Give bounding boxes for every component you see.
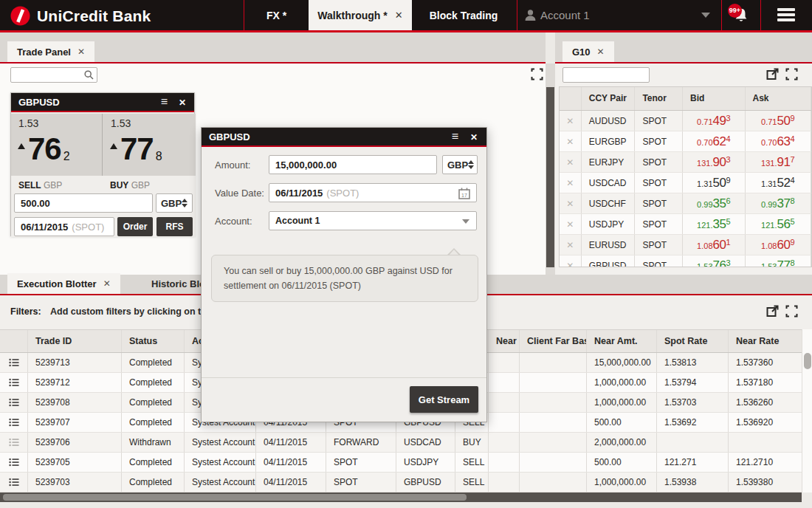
account-select[interactable]: Account 1 bbox=[269, 211, 477, 230]
column-header[interactable]: Tenor bbox=[635, 87, 683, 110]
scrollbar-thumb[interactable] bbox=[3, 494, 467, 501]
calendar-icon[interactable]: 17 bbox=[458, 187, 471, 200]
bid-price[interactable]: 0.71493 bbox=[683, 111, 745, 131]
column-header[interactable]: Ask bbox=[746, 87, 811, 110]
ask-price[interactable]: 0.71509 bbox=[746, 111, 811, 131]
column-header[interactable]: Client Far Base bbox=[520, 330, 587, 352]
bid-price[interactable]: 131.903 bbox=[683, 152, 745, 172]
currency-select[interactable]: GBP bbox=[156, 193, 193, 213]
rate-row[interactable]: ✕USDJPYSPOT121.355121.565 bbox=[560, 214, 811, 235]
tab-trade-panel[interactable]: Trade Panel ✕ bbox=[7, 41, 94, 62]
ask-price[interactable]: 1.53778 bbox=[746, 255, 811, 267]
bid-price[interactable]: 1.31509 bbox=[683, 173, 745, 193]
notifications-button[interactable]: 99+ bbox=[721, 0, 760, 30]
bid-price[interactable]: 121.355 bbox=[683, 214, 745, 234]
vertical-scrollbar[interactable] bbox=[546, 64, 555, 275]
remove-pair-icon[interactable]: ✕ bbox=[560, 173, 582, 193]
currency-select[interactable]: GBP bbox=[442, 155, 478, 174]
remove-pair-icon[interactable]: ✕ bbox=[560, 193, 582, 213]
close-icon[interactable]: ✕ bbox=[470, 132, 478, 143]
bid-price[interactable]: 0.99356 bbox=[683, 193, 745, 213]
value-date-input[interactable]: 06/11/2015 (SPOT) bbox=[14, 217, 114, 236]
dialog-menu-icon[interactable]: ≡ bbox=[452, 130, 458, 143]
column-header[interactable]: Near Rate bbox=[729, 330, 801, 352]
row-menu-icon[interactable] bbox=[0, 353, 28, 372]
tab-walkthrough[interactable]: Walkthrough * ✕ bbox=[309, 0, 412, 30]
remove-pair-icon[interactable]: ✕ bbox=[560, 111, 582, 131]
rate-row[interactable]: ✕EURJPYSPOT131.903131.917 bbox=[560, 152, 811, 173]
ask-price[interactable]: 1.31524 bbox=[746, 173, 811, 193]
horizontal-scrollbar[interactable] bbox=[0, 492, 802, 502]
row-menu-icon[interactable] bbox=[0, 413, 28, 432]
ask-price[interactable]: 0.70634 bbox=[746, 131, 811, 151]
widget-header[interactable]: GBPUSD ≡ ✕ bbox=[11, 93, 194, 112]
rate-row[interactable]: ✕EURUSDSPOT1.086011.08609 bbox=[560, 235, 811, 255]
remove-pair-icon[interactable]: ✕ bbox=[560, 152, 582, 172]
column-header[interactable]: Status bbox=[122, 330, 185, 352]
rate-row[interactable]: ✕AUDUSDSPOT0.714930.71509 bbox=[560, 111, 811, 131]
tab-block-trading[interactable]: Block Trading bbox=[412, 0, 515, 30]
rate-row[interactable]: ✕EURGBPSPOT0.706240.70634 bbox=[560, 131, 811, 152]
amount-input[interactable] bbox=[269, 155, 437, 174]
account-selector[interactable]: Account 1 bbox=[517, 0, 721, 30]
g10-search-input[interactable] bbox=[562, 67, 650, 83]
trade-row[interactable]: 5239703CompletedSystest Account04/11/201… bbox=[0, 473, 802, 492]
close-icon[interactable]: ✕ bbox=[597, 47, 605, 57]
get-stream-button[interactable]: Get Stream bbox=[410, 386, 478, 413]
rate-row[interactable]: ✕GBPUSDSPOT1.537631.53778 bbox=[560, 255, 811, 267]
bid-price[interactable]: 1.53763 bbox=[683, 255, 745, 267]
remove-pair-icon[interactable]: ✕ bbox=[560, 255, 582, 267]
trade-row[interactable]: 5239705CompletedSystest Account04/11/201… bbox=[0, 453, 802, 473]
remove-pair-icon[interactable]: ✕ bbox=[560, 214, 582, 234]
main-menu-button[interactable] bbox=[760, 0, 812, 30]
order-button[interactable]: Order bbox=[117, 217, 153, 236]
ask-price[interactable]: 121.565 bbox=[746, 214, 811, 234]
column-header[interactable]: Trade ID bbox=[28, 330, 122, 352]
column-header[interactable]: Spot Rate bbox=[657, 330, 729, 352]
dialog-header[interactable]: GBPUSD ≡ ✕ bbox=[202, 128, 486, 147]
column-header[interactable] bbox=[0, 330, 28, 352]
bid-price[interactable]: 0.70624 bbox=[683, 131, 745, 151]
row-menu-icon[interactable] bbox=[0, 473, 28, 492]
column-header[interactable]: CCY Pair bbox=[582, 87, 636, 110]
ask-price[interactable]: 0.99378 bbox=[746, 193, 811, 213]
close-icon[interactable]: ✕ bbox=[395, 10, 403, 21]
bid-price[interactable]: 1.08601 bbox=[683, 235, 745, 255]
row-menu-icon[interactable] bbox=[0, 373, 28, 392]
remove-pair-icon[interactable]: ✕ bbox=[560, 131, 582, 151]
blotter-vertical-scrollbar[interactable] bbox=[802, 329, 812, 492]
popout-icon[interactable] bbox=[766, 305, 779, 318]
rate-row[interactable]: ✕USDCHFSPOT0.993560.99378 bbox=[560, 193, 811, 214]
maximize-icon[interactable] bbox=[785, 305, 798, 318]
column-header[interactable]: Near Amt. bbox=[587, 330, 657, 352]
amount-input[interactable] bbox=[14, 193, 153, 213]
scrollbar-thumb[interactable] bbox=[804, 353, 811, 369]
widget-menu-icon[interactable]: ≡ bbox=[161, 95, 168, 109]
sell-price-tile[interactable]: 1.53 76 2 bbox=[11, 114, 103, 176]
scrollbar-thumb[interactable] bbox=[546, 87, 554, 267]
close-icon[interactable]: ✕ bbox=[103, 278, 111, 289]
maximize-icon[interactable] bbox=[785, 68, 798, 80]
rfs-button[interactable]: RFS bbox=[156, 217, 193, 236]
remove-pair-icon[interactable]: ✕ bbox=[560, 235, 582, 255]
ask-price[interactable]: 1.08609 bbox=[746, 235, 811, 255]
close-icon[interactable]: ✕ bbox=[78, 47, 85, 57]
row-menu-icon[interactable] bbox=[0, 393, 28, 412]
ask-price[interactable]: 131.917 bbox=[746, 152, 811, 172]
tab-execution-blotter[interactable]: Execution Blotter ✕ bbox=[7, 273, 120, 294]
close-icon[interactable]: ✕ bbox=[179, 97, 186, 108]
tab-g10[interactable]: G10 ✕ bbox=[562, 41, 614, 62]
column-header[interactable]: Near Base bbox=[489, 330, 520, 352]
maximize-icon[interactable] bbox=[531, 68, 543, 80]
buy-price-tile[interactable]: 1.53 77 8 bbox=[103, 114, 196, 176]
row-menu-icon[interactable] bbox=[0, 453, 28, 472]
popout-icon[interactable] bbox=[766, 68, 779, 80]
row-menu-icon[interactable] bbox=[0, 433, 28, 452]
column-header[interactable] bbox=[560, 87, 582, 110]
rate-row[interactable]: ✕USDCADSPOT1.315091.31524 bbox=[560, 173, 811, 193]
trade-row[interactable]: 5239706WithdrawnSystest Account04/11/201… bbox=[0, 433, 802, 453]
tab-fx[interactable]: FX * bbox=[244, 0, 309, 30]
column-header[interactable]: Bid bbox=[683, 87, 746, 110]
search-input[interactable] bbox=[10, 67, 97, 83]
value-date-input[interactable]: 06/11/2015 (SPOT) 17 bbox=[269, 183, 477, 202]
